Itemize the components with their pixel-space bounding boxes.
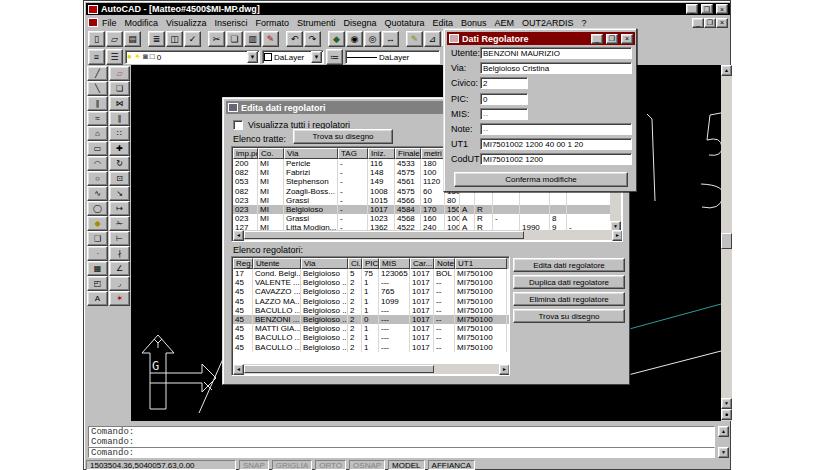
construction-line-icon[interactable]: ╲: [87, 81, 108, 96]
scale-icon[interactable]: ⊡: [109, 171, 130, 186]
scrollbar-thumb[interactable]: [721, 233, 732, 249]
scroll-up-icon[interactable]: ▲: [721, 65, 732, 76]
hatch-icon[interactable]: ▦: [87, 261, 108, 276]
layer-lock-icon[interactable]: ◙: [143, 53, 148, 61]
field-input-codut[interactable]: MI7501002 1200: [480, 153, 632, 165]
extend-icon[interactable]: ⊢: [109, 231, 130, 246]
dati-close-icon[interactable]: ×: [621, 34, 633, 44]
minimize-button[interactable]: _: [686, 4, 698, 14]
layer-combo-arrow[interactable]: ▼: [247, 51, 258, 63]
copy-icon[interactable]: ❏: [226, 31, 243, 47]
region-icon[interactable]: ◰: [87, 276, 108, 291]
layers-dialog-icon[interactable]: ≡: [88, 49, 105, 65]
array-icon[interactable]: ∷: [109, 126, 130, 141]
regolatore-row[interactable]: 45BACULLO ...Belgioioso ...21---1017--MI…: [233, 306, 510, 315]
trova-su-disegno-top-button[interactable]: Trova su disegno: [293, 129, 393, 144]
canvas-vertical-scrollbar[interactable]: ▲ ▼ ■: [721, 65, 732, 421]
aerial-view-icon[interactable]: ◎: [364, 31, 381, 47]
restore-button[interactable]: ❒: [701, 4, 713, 14]
field-input-note[interactable]: --: [480, 123, 632, 135]
open-icon[interactable]: ▱: [106, 31, 123, 47]
regolatore-row[interactable]: 17Cond. Belgi...Belgioioso5751230651017B…: [233, 269, 510, 278]
button-elimina-dati-regolatore[interactable]: Elimina dati regolatore: [513, 292, 625, 306]
status-toggle-snap[interactable]: SNAP: [239, 460, 269, 470]
tratte-hscrollbar[interactable]: ◄ ►: [233, 230, 623, 240]
command-input-line[interactable]: Comando:: [88, 447, 715, 458]
layer-color-swatch[interactable]: □: [150, 53, 155, 61]
distance-icon[interactable]: ↔: [382, 31, 399, 47]
tratte-row[interactable]: 023MIBelgioioso-10174584170150AR: [233, 205, 612, 214]
osnap-icon[interactable]: ◉: [346, 31, 363, 47]
button-edita-dati-regolatore[interactable]: Edita dati regolatore: [513, 258, 625, 272]
title-bar[interactable]: AutoCAD - [Matteo#4500$MI-MP.dwg] _ ❒ ×: [86, 3, 730, 15]
linetype-combo[interactable]: DaLayer: [345, 50, 440, 64]
pencil-icon[interactable]: ✎: [406, 31, 423, 47]
menu-strumenti[interactable]: Strumenti: [293, 18, 340, 28]
color-combo-arrow[interactable]: ▼: [311, 51, 322, 63]
polyline-icon[interactable]: ≈: [87, 111, 108, 126]
command-history[interactable]: Comando:Comando:: [88, 426, 715, 447]
dati-minimize-icon[interactable]: _: [591, 34, 603, 44]
menu-edita[interactable]: Edita: [429, 18, 458, 28]
status-toggle-griglia[interactable]: GRIGLIA: [272, 460, 312, 470]
conferma-modifiche-button[interactable]: Conferma modifiche: [454, 172, 628, 187]
field-input-mis[interactable]: --: [480, 108, 528, 120]
move-icon[interactable]: ✚: [109, 141, 130, 156]
tratte-scroll-right-icon[interactable]: ►: [612, 230, 623, 241]
status-toggle-affianca[interactable]: AFFIANCA: [428, 460, 476, 470]
linetype-dialog-icon[interactable]: ≔: [326, 49, 343, 65]
dati-maximize-icon[interactable]: ❒: [606, 34, 618, 44]
rotate-icon[interactable]: ↻: [109, 156, 130, 171]
tratte-row[interactable]: 023MIGrassi-101545661080: [233, 196, 612, 205]
break-icon[interactable]: ∤: [109, 246, 130, 261]
make-block-icon[interactable]: ❑: [87, 231, 108, 246]
regolatore-row[interactable]: 45CAVAZZO ...Belgioioso ...217651017--MI…: [233, 287, 510, 296]
lengthen-icon[interactable]: ↦: [109, 201, 130, 216]
paste-icon[interactable]: ▥: [244, 31, 261, 47]
menu--[interactable]: ?: [578, 18, 591, 28]
command-window[interactable]: Comando:Comando: Comando: ▲ ▼: [87, 425, 730, 458]
field-input-civico[interactable]: 2: [480, 77, 528, 89]
command-scroll-down-icon[interactable]: ▼: [718, 447, 729, 458]
regolatore-row[interactable]: 45LAZZO MA...Belgioioso ...2110991017--M…: [233, 297, 510, 306]
field-input-via[interactable]: Belgioioso Cristina: [480, 62, 632, 74]
tratte-scroll-left-icon[interactable]: ◄: [233, 230, 244, 241]
regolatore-row[interactable]: 45VALENTE ...Belgioioso ...21---1017--MI…: [233, 278, 510, 287]
status-toggle-orto[interactable]: ORTO: [315, 460, 346, 470]
menu-file[interactable]: File: [98, 18, 121, 28]
insert-block-icon[interactable]: ◆: [87, 216, 108, 231]
regolatore-row[interactable]: 45MATTI GIA...Belgioioso ...21---1017--M…: [233, 324, 510, 333]
button-trova-su-disegno[interactable]: Trova su disegno: [513, 309, 625, 323]
scroll-corner[interactable]: ■: [721, 409, 732, 420]
child-close-button[interactable]: ×: [716, 18, 728, 28]
text-icon[interactable]: A: [87, 291, 108, 306]
rectangle-icon[interactable]: ▭: [87, 141, 108, 156]
insert-block-icon[interactable]: ◆: [328, 31, 345, 47]
polygon-icon[interactable]: ⌂: [87, 126, 108, 141]
child-restore-button[interactable]: ❒: [704, 18, 716, 28]
point-icon[interactable]: ∙: [87, 246, 108, 261]
layer-on-bulb-icon[interactable]: ●: [127, 53, 132, 61]
menu-disegna[interactable]: Disegna: [339, 18, 380, 28]
field-input-ut1[interactable]: MI7501002 1200 40 00 1 20: [480, 138, 632, 150]
button-duplica-dati-regolatore[interactable]: Duplica dati regolatore: [513, 275, 625, 289]
child-minimize-button[interactable]: _: [692, 18, 704, 28]
print-icon[interactable]: ≣: [148, 31, 165, 47]
show-all-regulators-checkbox[interactable]: [233, 120, 243, 130]
tratte-hscroll-thumb[interactable]: [244, 231, 524, 239]
spelling-icon[interactable]: ✓: [184, 31, 201, 47]
regolatore-row[interactable]: 45BENZONI ...Belgioioso ...20---1017--MI…: [233, 315, 510, 324]
undo-icon[interactable]: ↶: [286, 31, 303, 47]
trim-icon[interactable]: ✁: [109, 216, 130, 231]
menu-visualizza[interactable]: Visualizza: [162, 18, 210, 28]
ellipse-icon[interactable]: ◯: [87, 201, 108, 216]
color-combo[interactable]: DaLayer ▼: [262, 50, 324, 64]
cut-icon[interactable]: ✂: [208, 31, 225, 47]
regolatori-table[interactable]: Reg.UtenteViaCi...PICMISCar...NoteUT117C…: [231, 256, 510, 376]
dati-dialog-titlebar[interactable]: Dati Regolatore _ ❒ ×: [447, 32, 635, 45]
line-icon[interactable]: ╱: [87, 66, 108, 81]
reg-hscrollbar[interactable]: ◄ ►: [233, 364, 510, 374]
redo-icon[interactable]: ↷: [304, 31, 321, 47]
reg-scroll-right-icon[interactable]: ►: [499, 364, 510, 375]
copy-object-icon[interactable]: ❏: [109, 81, 130, 96]
